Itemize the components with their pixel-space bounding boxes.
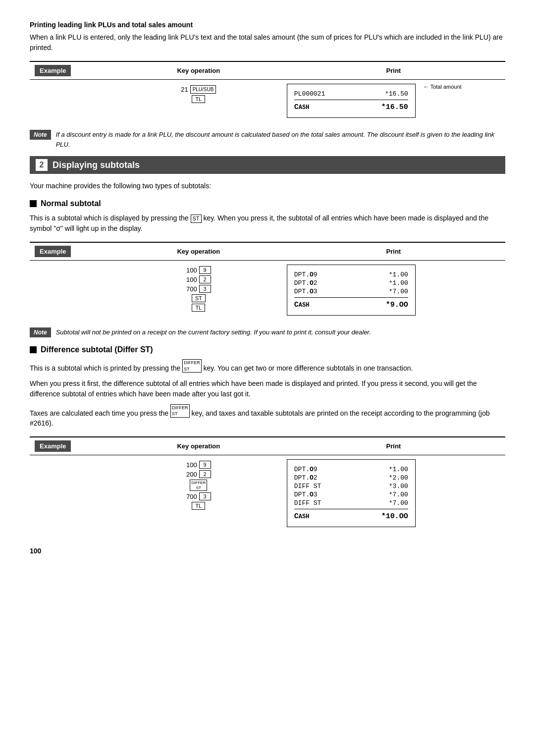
example3-key-op-cell: 100 9 200 2 DIFFERST 700 3 T [115, 455, 282, 532]
note2-box: Note Subtotal will not be printed on a r… [30, 327, 505, 337]
ex3-val-2: *2.00 [389, 474, 408, 482]
example1-row: 21 PLU/SUB TL PL000021 *16.50 [30, 80, 505, 122]
subsection1-text: This is a subtotal which is displayed by… [30, 213, 505, 234]
subsection2-text1: This is a subtotal which is printed by p… [30, 359, 505, 374]
key-line-2: TL [120, 95, 277, 103]
page-number: 100 [30, 546, 505, 556]
example2-print-box: DPT.O9 *1.00 DPT.O2 *1.00 DPT.O3 *7.00 [287, 265, 416, 316]
ex2-val-3: *7.00 [389, 288, 408, 295]
cash-label-1: CASH [294, 103, 310, 111]
subsection1-title: Normal subtotal [41, 199, 101, 208]
subsection2-header: Difference subtotal (Differ ST) [30, 345, 505, 354]
ex3-val-1: *1.00 [389, 466, 408, 473]
key-3-ex3: 3 [199, 492, 211, 500]
differ-st-key-2: DIFFERST [170, 404, 190, 418]
example2-label-cell [30, 261, 115, 320]
black-square-1 [30, 200, 37, 207]
plu-sub-key: PLU/SUB [190, 85, 216, 94]
example2-print-header: Print [282, 242, 505, 261]
key-st-ex2: ST [192, 294, 206, 302]
key-tl-ex3: TL [192, 502, 205, 510]
example3-table: Example Key operation Print 100 9 200 2 [30, 436, 505, 531]
ex2-val-1: *1.00 [389, 271, 408, 278]
page-content: Printing leading link PLUs and total sal… [30, 20, 505, 556]
example1-print-box: PL000021 *16.50 CASH *16.50 [287, 84, 416, 118]
key-op-col-header: Key operation [115, 61, 282, 80]
ex3-label-4: DPT.O3 [294, 491, 318, 498]
subsection2-title: Difference subtotal (Differ ST) [41, 345, 153, 354]
example3-print-header: Print [282, 437, 505, 455]
print-value-1: *16.50 [385, 90, 408, 98]
example2-key-op-cell: 100 9 100 2 700 3 ST TL [115, 261, 282, 320]
example2-row: 100 9 100 2 700 3 ST TL [30, 261, 505, 320]
example1-table: Example Key operation Print 21 PLU/SUB T… [30, 61, 505, 122]
note2-label: Note [30, 327, 51, 337]
note1-label: Note [30, 130, 51, 140]
example2-print-cell: DPT.O9 *1.00 DPT.O2 *1.00 DPT.O3 *7.00 [282, 261, 505, 320]
ex2-cash-val: *9.OO [386, 301, 408, 309]
key-2-ex2: 2 [199, 275, 211, 283]
subsection2-text3: Taxes are calculated each time you press… [30, 404, 505, 429]
ex3-label-3: DIFF ST [294, 483, 321, 490]
subsection1-header: Normal subtotal [30, 199, 505, 208]
black-square-2 [30, 346, 37, 353]
example1-label-cell [30, 80, 115, 122]
differ-st-key-1: DIFFERST [182, 359, 202, 373]
top-para: When a link PLU is entered, only the lea… [30, 32, 505, 53]
subsection2-text2: When you press it first, the difference … [30, 378, 505, 399]
example3-col-header: Example [30, 437, 115, 455]
print-label-1: PL000021 [294, 90, 325, 98]
key-2-ex3: 2 [199, 470, 211, 478]
differ-st-key-ex3: DIFFERST [190, 480, 207, 491]
top-heading: Printing leading link PLUs and total sal… [30, 20, 505, 30]
ex3-label-2: DPT.O2 [294, 474, 318, 482]
print-row-cash-1: CASH *16.50 [294, 103, 408, 111]
section2-title: Displaying subtotals [53, 160, 140, 170]
ex3-cash-label: CASH [294, 512, 310, 521]
example3-row: 100 9 200 2 DIFFERST 700 3 T [30, 455, 505, 532]
note1-text: If a discount entry is made for a link P… [56, 130, 505, 149]
ex2-label-2: DPT.O2 [294, 279, 318, 287]
key-9-ex3: 9 [199, 461, 211, 469]
print-col-header: Print [282, 61, 505, 80]
example1-print-cell: PL000021 *16.50 CASH *16.50 ← Total amou… [282, 80, 505, 122]
ex3-label-1: DPT.O9 [294, 466, 318, 473]
ex3-val-5: *7.00 [389, 499, 408, 507]
st-inline-key: ST [191, 215, 202, 223]
example2-col-header: Example [30, 242, 115, 261]
ex2-label-3: DPT.O3 [294, 288, 318, 295]
key-line-1: 21 PLU/SUB [120, 85, 277, 94]
total-amount-note: ← Total amount [424, 84, 462, 90]
example3-print-cell: DPT.O9 *1.00 DPT.O2 *2.00 DIFF ST *3.00 [282, 455, 505, 532]
example1-key-op-cell: 21 PLU/SUB TL [115, 80, 282, 122]
section2-header: 2 Displaying subtotals [30, 156, 505, 174]
example3-print-box: DPT.O9 *1.00 DPT.O2 *2.00 DIFF ST *3.00 [287, 459, 416, 527]
example3-label-cell [30, 455, 115, 532]
cash-value-1: *16.50 [381, 103, 408, 111]
ex3-val-4: *7.00 [389, 491, 408, 498]
print-row-1: PL000021 *16.50 [294, 90, 408, 98]
note2-text: Subtotal will not be printed on a receip… [56, 327, 371, 337]
section2-number: 2 [36, 159, 48, 171]
ex2-val-2: *1.00 [389, 279, 408, 287]
note1-box: Note If a discount entry is made for a l… [30, 130, 505, 149]
section2-intro: Your machine provides the following two … [30, 181, 505, 191]
ex3-val-3: *3.00 [389, 483, 408, 490]
tl-key: TL [192, 95, 205, 103]
example2-key-op-header: Key operation [115, 242, 282, 261]
key-tl-ex2: TL [192, 304, 205, 312]
key-9-ex2: 9 [199, 266, 211, 274]
example1-print-col: PL000021 *16.50 CASH *16.50 ← Total amou… [287, 84, 500, 118]
key-3-ex2: 3 [199, 285, 211, 293]
sigma-symbol: σ [56, 224, 60, 232]
ex3-label-5: DIFF ST [294, 499, 321, 507]
ex2-label-1: DPT.O9 [294, 271, 318, 278]
ex2-cash-label: CASH [294, 301, 310, 309]
example-col-header: Example [30, 61, 115, 80]
example3-key-op-header: Key operation [115, 437, 282, 455]
example2-table: Example Key operation Print 100 9 100 2 [30, 242, 505, 320]
ex3-cash-val: *10.OO [381, 512, 408, 521]
